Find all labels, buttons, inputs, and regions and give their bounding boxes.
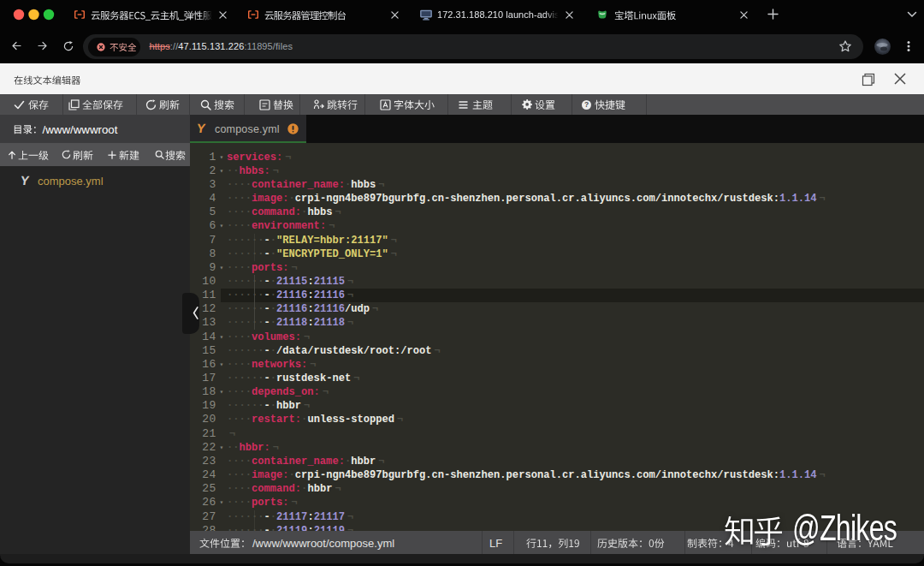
svg-text:?: ? [583, 100, 588, 109]
